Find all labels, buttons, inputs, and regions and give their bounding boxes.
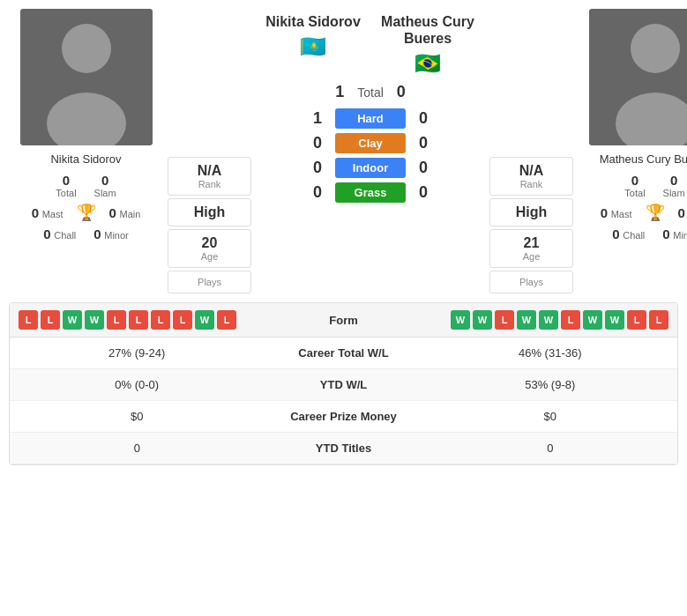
left-rank-box: N/A Rank [168,157,251,196]
right-flag: 🇧🇷 [370,51,485,76]
right-form-badge-w: W [473,310,492,330]
left-form-badges: LLWWLLLLWL [19,310,291,330]
left-form-badge-l: L [107,310,126,330]
left-mast-stat: 0 Mast [32,205,63,220]
center-panel: Nikita Sidorov 🇰🇿 Matheus Cury Bueres 🇧🇷… [256,9,485,293]
left-form-badge-w: W [195,310,214,330]
right-chall-stat: 0 Chall [612,226,645,241]
ytd-wl-row: 0% (0-0) YTD W/L 53% (9-8) [10,369,677,401]
right-minor-stat: 0 Minor [662,226,687,241]
total-score-row: 1 Total 0 [326,83,414,101]
form-label: Form [291,314,397,327]
right-form-badge-w: W [605,310,624,330]
right-ytd-titles: 0 [432,442,669,455]
right-main-stat: 0 Main [678,205,688,220]
right-player-name: Matheus Cury Bueres [600,152,687,166]
right-high-box: High [489,198,573,226]
left-form-badge-w: W [63,310,82,330]
right-form-badge-w: W [451,310,470,330]
prize-money-label: Career Prize Money [256,410,432,423]
left-form-badge-l: L [19,310,38,330]
left-chall-stat: 0 Chall [43,226,76,241]
left-form-badge-l: L [173,310,192,330]
career-total-label: Career Total W/L [256,346,432,360]
left-form-badge-l: L [151,310,170,330]
hard-score-row: 1 Hard 0 [304,108,437,129]
right-header-name: Matheus Cury Bueres [370,13,485,47]
right-form-badge-l: L [495,310,514,330]
right-career-total: 46% (31-36) [432,346,669,360]
right-rank-box: N/A Rank [489,157,573,196]
left-plays-box: Plays [168,271,251,293]
left-career-total: 27% (9-24) [19,346,256,360]
left-high-box: High [168,198,251,226]
right-form-badge-l: L [561,310,580,330]
grass-surface-btn: Grass [335,182,406,203]
clay-surface-btn: Clay [335,133,406,153]
left-player-name: Nikita Sidorov [50,152,121,166]
right-mast-stat: 0 Mast [601,205,632,220]
left-prize-money: $0 [19,410,256,423]
left-player-silhouette [20,9,153,145]
right-form-badge-w: W [539,310,558,330]
right-form-badge-l: L [649,310,668,330]
left-form-badge-l: L [217,310,236,330]
left-player-photo [20,9,153,145]
right-player-card: Matheus Cury Bueres 0 Total 0 Slam 0 Mas… [578,9,687,293]
prize-money-row: $0 Career Prize Money $0 [10,401,677,433]
grass-score-row: 0 Grass 0 [304,182,437,203]
svg-point-1 [62,24,111,73]
right-ytd-wl: 53% (9-8) [432,378,669,391]
ytd-wl-label: YTD W/L [256,378,432,391]
left-ytd-titles: 0 [19,442,256,455]
right-total-stat: 0 Total [624,173,645,198]
left-trophy-icon: 🏆 [77,203,96,222]
right-player-silhouette [589,9,688,145]
left-slam-stat: 0 Slam [94,173,116,198]
left-form-badge-w: W [85,310,104,330]
clay-score-row: 0 Clay 0 [304,133,437,153]
right-trophy-icon: 🏆 [646,203,665,222]
right-info-panel: N/A Rank High 21 Age Plays [485,9,578,293]
ytd-titles-row: 0 YTD Titles 0 [10,433,677,464]
indoor-score-row: 0 Indoor 0 [304,158,437,178]
indoor-surface-btn: Indoor [335,158,406,178]
ytd-titles-label: YTD Titles [256,442,432,455]
right-form-badges: WWLWWLWWLL [397,310,669,330]
right-form-badge-w: W [583,310,602,330]
right-form-badge-l: L [627,310,646,330]
right-age-box: 21 Age [489,229,573,268]
left-info-panel: N/A Rank High 20 Age Plays [163,9,256,293]
left-form-badge-l: L [129,310,148,330]
left-minor-stat: 0 Minor [93,226,128,241]
left-age-box: 20 Age [168,229,251,268]
right-slam-stat: 0 Slam [663,173,685,198]
form-row: LLWWLLLLWL Form WWLWWLWWLL [10,303,677,338]
career-total-row: 27% (9-24) Career Total W/L 46% (31-36) [10,338,677,369]
left-header-name: Nikita Sidorov [256,13,370,30]
left-form-badge-l: L [41,310,60,330]
left-player-card: Nikita Sidorov 0 Total 0 Slam 0 Mast 🏆 [9,9,163,293]
svg-point-4 [631,24,680,73]
right-prize-money: $0 [432,410,669,423]
left-total-stat: 0 Total [56,173,76,198]
left-ytd-wl: 0% (0-0) [19,378,256,391]
right-plays-box: Plays [489,271,573,293]
left-flag: 🇰🇿 [256,34,370,59]
left-main-stat: 0 Main [109,205,141,220]
hard-surface-btn: Hard [335,108,406,129]
right-player-photo [589,9,688,145]
right-form-badge-w: W [517,310,536,330]
